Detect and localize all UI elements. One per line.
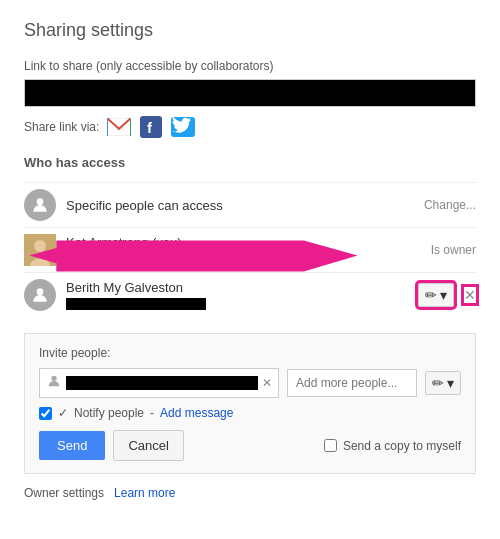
berith-email-redacted (66, 298, 206, 310)
invite-actions-row: Send Cancel Send a copy to myself (39, 430, 461, 461)
specific-people-icon (24, 189, 56, 221)
share-via-label: Share link via: (24, 120, 99, 134)
svg-point-11 (51, 376, 56, 381)
twitter-icon[interactable] (171, 115, 195, 139)
invite-input-value[interactable] (66, 376, 258, 390)
berith-role-controls: ✏ ▾ ✕ (418, 283, 476, 307)
change-link-container: Change... (424, 198, 476, 212)
svg-point-8 (34, 240, 46, 252)
access-type-info: Specific people can access (66, 198, 424, 213)
gmail-icon[interactable] (107, 115, 131, 139)
change-link[interactable]: Change... (424, 198, 476, 212)
send-button[interactable]: Send (39, 431, 105, 460)
access-type-row: Specific people can access Change... (24, 182, 476, 227)
berith-edit-dropdown[interactable]: ✏ ▾ (418, 283, 454, 307)
link-section: Link to share (only accessible by collab… (24, 59, 476, 139)
berith-name: Berith My Galveston (66, 280, 183, 295)
invite-buttons: Send Cancel (39, 430, 184, 461)
kat-name: Kat Armstrong (you) (66, 235, 182, 250)
invite-label: Invite people: (39, 346, 461, 360)
kat-role-label: Is owner (431, 243, 476, 257)
kat-info: Kat Armstrong (you) (66, 235, 431, 265)
notify-label: Notify people (74, 406, 144, 420)
learn-more-link[interactable]: Learn more (114, 486, 175, 500)
cancel-button[interactable]: Cancel (113, 430, 183, 461)
invite-input-row: ✕ ✏ ▾ (39, 368, 461, 398)
invite-section: Invite people: ✕ ✏ ▾ ✓ Notify people - A… (24, 333, 476, 474)
send-copy-checkbox[interactable] (324, 439, 337, 452)
people-rows-wrapper: Specific people can access Change... Kat… (24, 182, 476, 317)
invite-chevron-icon: ▾ (447, 375, 454, 391)
access-type-label: Specific people can access (66, 198, 223, 213)
berith-info: Berith My Galveston (66, 280, 418, 310)
kat-avatar (24, 234, 56, 266)
who-has-access-heading: Who has access (24, 155, 476, 170)
invite-permission-dropdown[interactable]: ✏ ▾ (425, 371, 461, 395)
checkmark-indicator: ✓ (58, 406, 68, 420)
invite-pencil-icon: ✏ (432, 375, 444, 391)
owner-settings-label: Owner settings (24, 486, 104, 500)
person-row-berith: Berith My Galveston ✏ ▾ ✕ (24, 272, 476, 317)
page-title: Sharing settings (24, 20, 476, 41)
pencil-icon: ✏ (425, 287, 437, 303)
add-message-link[interactable]: Add message (160, 406, 233, 420)
owner-settings: Owner settings Learn more (24, 486, 476, 500)
kat-role: Is owner (431, 243, 476, 257)
share-link-input[interactable] (24, 79, 476, 107)
invite-input-clear[interactable]: ✕ (262, 376, 272, 390)
facebook-icon[interactable]: f (139, 115, 163, 139)
berith-icon (24, 279, 56, 311)
person-row-kat: Kat Armstrong (you) Is owner (24, 227, 476, 272)
notify-row: ✓ Notify people - Add message (39, 406, 461, 420)
svg-point-9 (37, 288, 44, 295)
svg-point-6 (37, 198, 44, 205)
send-copy-label: Send a copy to myself (343, 439, 461, 453)
invite-person-icon (46, 373, 62, 393)
link-section-label: Link to share (only accessible by collab… (24, 59, 476, 73)
kat-email-redacted (66, 253, 206, 265)
invite-input-container: ✕ (39, 368, 279, 398)
chevron-down-icon: ▾ (440, 287, 447, 303)
notify-checkbox[interactable] (39, 407, 52, 420)
add-more-people-input[interactable] (287, 369, 417, 397)
copy-checkbox-row: Send a copy to myself (324, 439, 461, 453)
berith-remove-button[interactable]: ✕ (464, 287, 476, 303)
